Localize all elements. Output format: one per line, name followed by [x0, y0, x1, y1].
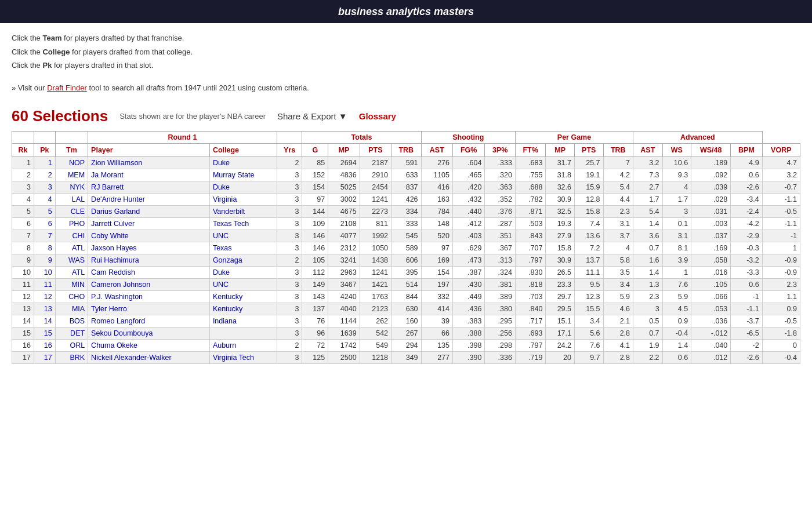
cell-player[interactable]: Nickeil Alexander-Walker: [88, 352, 210, 364]
cell-player[interactable]: Cameron Johnson: [88, 279, 210, 291]
cell-yrs: 3: [277, 169, 302, 181]
cell-player[interactable]: Tyler Herro: [88, 303, 210, 315]
cell-ppg: 12.3: [574, 291, 603, 303]
cell-pk[interactable]: 5: [34, 206, 55, 218]
cell-pk[interactable]: 10: [34, 267, 55, 279]
cell-tm[interactable]: CHI: [55, 230, 88, 242]
cell-college[interactable]: Kentucky: [209, 291, 277, 303]
cell-ppg: 7.4: [574, 218, 603, 230]
cell-pts: 811: [360, 218, 391, 230]
cell-college[interactable]: Vanderbilt: [209, 206, 277, 218]
cell-tm[interactable]: PHO: [55, 218, 88, 230]
cell-tm[interactable]: DET: [55, 327, 88, 340]
glossary-link[interactable]: Glossary: [359, 111, 396, 121]
cell-college[interactable]: Virginia Tech: [209, 352, 277, 364]
col-ftpct: FT%: [515, 144, 545, 157]
cell-ftpct: .840: [515, 303, 545, 315]
cell-pk[interactable]: 2: [34, 169, 55, 181]
cell-apg: 1.9: [633, 340, 663, 352]
cell-pk[interactable]: 11: [34, 279, 55, 291]
cell-player[interactable]: Cam Reddish: [88, 267, 210, 279]
cell-tm[interactable]: ORL: [55, 340, 88, 352]
cell-ws48: .189: [691, 157, 731, 169]
cell-pk[interactable]: 4: [34, 194, 55, 206]
cell-vorp: -1.8: [762, 327, 800, 340]
cell-tm[interactable]: LAL: [55, 194, 88, 206]
cell-tm[interactable]: BRK: [55, 352, 88, 364]
cell-tm[interactable]: MIA: [55, 303, 88, 315]
cell-pk[interactable]: 12: [34, 291, 55, 303]
cell-college[interactable]: Indiana: [209, 315, 277, 327]
cell-pk[interactable]: 14: [34, 315, 55, 327]
cell-player[interactable]: Sekou Doumbouya: [88, 327, 210, 340]
cell-college[interactable]: UNC: [209, 230, 277, 242]
cell-vorp: -0.5: [762, 206, 800, 218]
cell-pk[interactable]: 17: [34, 352, 55, 364]
cell-ast: 169: [421, 254, 452, 267]
cell-tm[interactable]: NOP: [55, 157, 88, 169]
cell-player[interactable]: Coby White: [88, 230, 210, 242]
cell-fgpct: .430: [453, 279, 485, 291]
cell-rk: 12: [12, 291, 34, 303]
cell-ws48: .039: [691, 181, 731, 194]
cell-college[interactable]: Duke: [209, 267, 277, 279]
cell-tm[interactable]: CLE: [55, 206, 88, 218]
cell-college[interactable]: Murray State: [209, 169, 277, 181]
cell-tm[interactable]: WAS: [55, 254, 88, 267]
cell-tm[interactable]: MEM: [55, 169, 88, 181]
cell-mp: 1742: [328, 340, 360, 352]
cell-college[interactable]: Auburn: [209, 340, 277, 352]
cell-tm[interactable]: ATL: [55, 242, 88, 254]
cell-ftpct: .755: [515, 169, 545, 181]
cell-tm[interactable]: CHO: [55, 291, 88, 303]
cell-pts: 1241: [360, 194, 391, 206]
cell-player[interactable]: Jaxson Hayes: [88, 242, 210, 254]
cell-player[interactable]: De'Andre Hunter: [88, 194, 210, 206]
cell-apg: 1.3: [633, 279, 663, 291]
cell-player[interactable]: Jarrett Culver: [88, 218, 210, 230]
cell-3ppct: .380: [485, 303, 515, 315]
cell-player[interactable]: Zion Williamson: [88, 157, 210, 169]
cell-pk[interactable]: 9: [34, 254, 55, 267]
cell-college[interactable]: Texas: [209, 242, 277, 254]
cell-rk: 10: [12, 267, 34, 279]
cell-college[interactable]: Duke: [209, 181, 277, 194]
cell-ftpct: .830: [515, 267, 545, 279]
cell-pk[interactable]: 1: [34, 157, 55, 169]
cell-ast: 416: [421, 181, 452, 194]
cell-apg: 3.2: [633, 157, 663, 169]
cell-pk[interactable]: 16: [34, 340, 55, 352]
cell-player[interactable]: Rui Hachimura: [88, 254, 210, 267]
cell-player[interactable]: P.J. Washington: [88, 291, 210, 303]
cell-college[interactable]: Duke: [209, 157, 277, 169]
cell-college[interactable]: Gonzaga: [209, 254, 277, 267]
cell-g: 143: [302, 291, 328, 303]
cell-tm[interactable]: ATL: [55, 267, 88, 279]
cell-pk[interactable]: 8: [34, 242, 55, 254]
cell-mpg: 29.7: [546, 291, 575, 303]
cell-tm[interactable]: NYK: [55, 181, 88, 194]
section-tm: [55, 132, 88, 144]
cell-pts: 1218: [360, 352, 391, 364]
cell-pk[interactable]: 13: [34, 303, 55, 315]
cell-college[interactable]: UNC: [209, 279, 277, 291]
cell-college[interactable]: Kentucky: [209, 303, 277, 315]
draft-finder-link[interactable]: Draft Finder: [47, 83, 87, 92]
cell-player[interactable]: Chuma Okeke: [88, 340, 210, 352]
cell-player[interactable]: RJ Barrett: [88, 181, 210, 194]
cell-player[interactable]: Darius Garland: [88, 206, 210, 218]
cell-player[interactable]: Romeo Langford: [88, 315, 210, 327]
share-export-button[interactable]: Share & Export ▼: [277, 111, 347, 121]
cell-tm[interactable]: MIN: [55, 279, 88, 291]
cell-vorp: 2.3: [762, 279, 800, 291]
cell-pk[interactable]: 7: [34, 230, 55, 242]
cell-pk[interactable]: 6: [34, 218, 55, 230]
cell-pk[interactable]: 15: [34, 327, 55, 340]
cell-player[interactable]: Ja Morant: [88, 169, 210, 181]
cell-college[interactable]: Virginia: [209, 194, 277, 206]
cell-pk[interactable]: 3: [34, 181, 55, 194]
cell-college[interactable]: Texas Tech: [209, 218, 277, 230]
cell-tm[interactable]: BOS: [55, 315, 88, 327]
cell-fgpct: .398: [453, 340, 485, 352]
cell-g: 146: [302, 230, 328, 242]
